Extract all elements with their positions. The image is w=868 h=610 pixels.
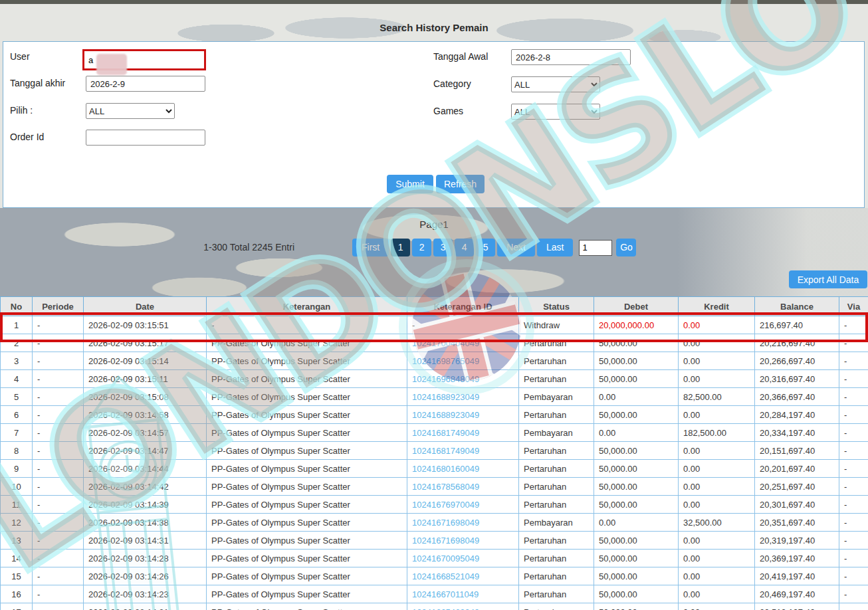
tanggal-awal-input[interactable] [511, 49, 631, 65]
keterangan-id-cell[interactable]: 10241698765049 [407, 352, 519, 370]
category-select[interactable]: ALL [511, 76, 600, 92]
periode-cell: - [33, 406, 84, 424]
keterangan-id-cell[interactable]: 10241681749049 [407, 424, 519, 442]
periode-cell: - [33, 478, 84, 496]
no-cell: 4 [1, 370, 33, 388]
debet-cell: 50,000.00 [594, 585, 679, 603]
page-button-first[interactable]: First [352, 239, 389, 256]
history-table: NoPeriodeDateKeteranganKeterangan IDStat… [0, 296, 868, 610]
keterangan-cell: PP-Gates of Olympus Super Scatter [207, 567, 407, 585]
pilih-select[interactable]: ALL [86, 103, 175, 119]
periode-cell: - [33, 388, 84, 406]
status-cell: Pertaruhan [519, 370, 594, 388]
debet-cell: 0.00 [594, 424, 679, 442]
no-cell: 16 [1, 585, 33, 603]
table-row: 1-2026-02-09 03:15:51--Withdraw20,000,00… [1, 316, 868, 334]
page-title: Search History Pemain [0, 22, 868, 33]
kredit-cell: 0.00 [679, 406, 755, 424]
page-button-2[interactable]: 2 [412, 239, 431, 256]
col-header-keterangan-id: Keterangan ID [407, 297, 519, 316]
via-cell: - [839, 334, 868, 352]
keterangan-id-cell[interactable]: 10241676970049 [407, 496, 519, 514]
kredit-cell: 0.00 [679, 496, 755, 514]
kredit-cell: 0.00 [679, 550, 755, 567]
kredit-cell: 0.00 [679, 585, 755, 603]
page-button-3[interactable]: 3 [433, 239, 453, 256]
tanggal-akhir-input[interactable] [86, 76, 205, 92]
export-all-data-button[interactable]: Export All Data [789, 270, 867, 288]
keterangan-cell: PP-Gates of Olympus Super Scatter [207, 406, 407, 424]
keterangan-id-cell[interactable]: 10241671698049 [407, 532, 519, 550]
keterangan-id-cell[interactable]: 10241681749049 [407, 442, 519, 460]
date-cell: 2026-02-09 03:14:58 [84, 406, 207, 424]
table-row: 2-2026-02-09 03:15:17PP-Gates of Olympus… [1, 334, 868, 352]
no-cell: 11 [1, 496, 33, 514]
kredit-cell: 0.00 [679, 478, 755, 496]
col-header-debet: Debet [594, 297, 679, 316]
kredit-cell: 182,500.00 [679, 424, 755, 442]
keterangan-id-cell[interactable]: 10241667011049 [407, 585, 519, 603]
refresh-button[interactable]: Refresh [436, 175, 485, 193]
col-header-periode: Periode [33, 297, 84, 316]
debet-cell: 50,000.00 [594, 532, 679, 550]
balance-cell: 20,351,697.40 [755, 514, 839, 532]
periode-cell: - [33, 550, 84, 567]
keterangan-cell: PP-Gates of Olympus Super Scatter [207, 514, 407, 532]
keterangan-id-cell[interactable]: 10241688923049 [407, 388, 519, 406]
balance-cell: 20,469,197.40 [755, 585, 839, 603]
page-button-5[interactable]: 5 [476, 239, 495, 256]
periode-cell: - [33, 514, 84, 532]
keterangan-id-cell[interactable]: 10241696848049 [407, 370, 519, 388]
games-select[interactable]: ALL [511, 104, 600, 120]
kredit-cell: 0.00 [679, 352, 755, 370]
page-button-next[interactable]: Next [497, 239, 535, 256]
periode-cell: - [33, 532, 84, 550]
via-cell: - [839, 370, 868, 388]
col-header-no: No [1, 297, 33, 316]
goto-page-input[interactable] [579, 240, 612, 256]
submit-button[interactable]: Submit [387, 175, 433, 193]
keterangan-id-cell[interactable]: 10241671698049 [407, 514, 519, 532]
via-cell: - [839, 460, 868, 478]
tanggal-awal-label: Tanggal Awal [433, 51, 488, 62]
keterangan-cell: PP-Gates of Olympus Super Scatter [207, 585, 407, 603]
date-cell: 2026-02-09 03:15:17 [84, 334, 207, 352]
debet-cell: 50,000.00 [594, 460, 679, 478]
page-button-last[interactable]: Last [537, 239, 573, 256]
via-cell: - [839, 603, 868, 610]
redaction-blob [96, 54, 127, 75]
balance-cell: 20,284,197.40 [755, 406, 839, 424]
balance-cell: 20,334,197.40 [755, 424, 839, 442]
keterangan-id-cell[interactable]: 10241688923049 [407, 406, 519, 424]
debet-cell: 0.00 [594, 514, 679, 532]
keterangan-id-cell[interactable]: 10241670095049 [407, 550, 519, 567]
date-cell: 2026-02-09 03:15:14 [84, 352, 207, 370]
keterangan-id-cell[interactable]: 10241668521049 [407, 567, 519, 585]
page-button-4[interactable]: 4 [455, 239, 474, 256]
go-button[interactable]: Go [616, 239, 636, 256]
debet-cell: 50,000.00 [594, 370, 679, 388]
no-cell: 9 [1, 460, 33, 478]
table-row: 15-2026-02-09 03:14:26PP-Gates of Olympu… [1, 567, 868, 585]
keterangan-cell: - [207, 316, 407, 334]
status-cell: Pembayaran [519, 514, 594, 532]
pagination-bar: First12345NextLast Go [352, 239, 636, 256]
keterangan-id-cell[interactable]: 10241665463049 [407, 603, 519, 610]
order-id-input[interactable] [86, 130, 205, 146]
date-cell: 2026-02-09 03:14:28 [84, 550, 207, 567]
keterangan-cell: PP-Gates of Olympus Super Scatter [207, 370, 407, 388]
keterangan-id-cell[interactable]: 10241680160049 [407, 460, 519, 478]
balance-cell: 20,266,697.40 [755, 352, 839, 370]
keterangan-id-cell[interactable]: 10241700404049 [407, 334, 519, 352]
balance-cell: 20,519,197.40 [755, 603, 839, 610]
history-page: Search History Pemain User Tanggal akhir… [0, 0, 868, 610]
pilih-label: Pilih : [10, 105, 33, 116]
no-cell: 8 [1, 442, 33, 460]
keterangan-id-cell[interactable]: 10241678568049 [407, 478, 519, 496]
status-cell: Pertaruhan [519, 478, 594, 496]
no-cell: 1 [1, 316, 33, 334]
date-cell: 2026-02-09 03:14:39 [84, 496, 207, 514]
page-button-1[interactable]: 1 [391, 239, 410, 256]
col-header-balance: Balance [755, 297, 839, 316]
date-cell: 2026-02-09 03:15:51 [84, 316, 207, 334]
